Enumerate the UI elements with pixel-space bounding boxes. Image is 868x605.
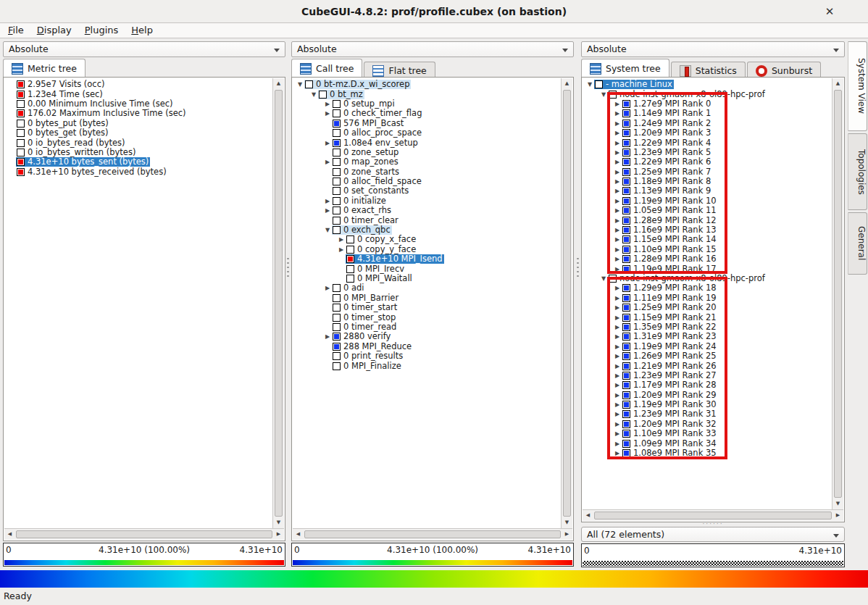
row-content[interactable]: 0 MPI_Finalize <box>332 362 403 371</box>
system-tree-item[interactable]: ▶1.08e9 MPI Rank 35 <box>583 448 832 458</box>
metric-tree-item[interactable]: 176.02 Maximum Inclusive Time (sec) <box>4 109 272 118</box>
menu-display[interactable]: Display <box>30 23 78 38</box>
system-tree-item[interactable]: ▶1.09e9 MPI Rank 34 <box>583 438 832 448</box>
collapse-icon[interactable]: ▼ <box>585 80 594 89</box>
row-content[interactable]: 0 copy_y_face <box>346 245 417 254</box>
row-content[interactable]: 1.23e9 MPI Rank 27 <box>622 371 718 380</box>
row-content[interactable]: 1.28e9 MPI Rank 12 <box>622 216 718 225</box>
row-content[interactable]: 1.20e9 MPI Rank 32 <box>622 420 718 429</box>
expand-icon[interactable]: ▶ <box>323 206 332 215</box>
system-tree-item[interactable]: ▶1.20e9 MPI Rank 32 <box>583 420 832 429</box>
metric-tree-item[interactable]: 4.31e+10 bytes_received (bytes) <box>4 167 272 177</box>
row-content[interactable]: 1.23e4 Time (sec) <box>16 90 104 99</box>
expand-icon[interactable]: ▶ <box>613 235 622 244</box>
close-icon[interactable]: ✕ <box>823 5 836 18</box>
row-content[interactable]: 0 alloc_proc_space <box>332 128 423 138</box>
row-content[interactable]: 1.31e9 MPI Rank 23 <box>622 332 718 341</box>
expand-icon[interactable]: ▶ <box>613 293 622 303</box>
call-value-mode-combo[interactable]: Absolute <box>291 41 574 57</box>
side-tab-system-view[interactable]: System View <box>848 41 867 131</box>
call-tree-item[interactable]: 0 timer_stop <box>293 312 561 322</box>
call-tree-item[interactable]: 0 alloc_field_space <box>293 177 561 186</box>
row-content[interactable]: 2.95e7 Visits (occ) <box>16 80 106 89</box>
horizontal-scrollbar[interactable]: ◀ ▶ <box>4 528 284 540</box>
expand-icon[interactable]: ▶ <box>613 332 622 341</box>
call-tree-item[interactable]: ▼0 bt-mz.D.x_wi_scorep <box>293 80 561 89</box>
call-tree-item[interactable]: 0 zone_starts <box>293 167 561 177</box>
system-tree-item[interactable]: ▶1.14e9 MPI Rank 1 <box>583 109 832 118</box>
expand-icon[interactable]: ▶ <box>613 391 622 400</box>
row-content[interactable]: 1.19e9 MPI Rank 17 <box>622 264 718 274</box>
tab-system-tree[interactable]: System tree <box>581 59 669 78</box>
expand-icon[interactable]: ▶ <box>613 177 622 186</box>
row-content[interactable]: 1.19e9 MPI Rank 10 <box>622 196 718 206</box>
metric-tree-item[interactable]: 0 io_bytes_read (bytes) <box>4 138 272 147</box>
call-tree-item[interactable]: ▶0 copy_x_face <box>293 235 561 244</box>
row-content[interactable]: 1.24e9 MPI Rank 2 <box>622 119 712 128</box>
row-content[interactable]: 0 adi <box>332 283 366 293</box>
scroll-down-button[interactable]: ▼ <box>832 498 843 509</box>
scroll-down-button[interactable]: ▼ <box>273 517 284 528</box>
expand-icon[interactable]: ▶ <box>613 420 622 429</box>
row-content[interactable]: 0 MPI_Barrier <box>332 293 400 303</box>
call-tree-item[interactable]: 0 set_constants <box>293 186 561 196</box>
scroll-left-button[interactable]: ◀ <box>583 510 593 521</box>
row-content[interactable]: 1.22e9 MPI Rank 4 <box>622 138 712 148</box>
scroll-right-button[interactable]: ▶ <box>562 529 572 540</box>
system-tree-item[interactable]: ▶1.35e9 MPI Rank 22 <box>583 322 832 332</box>
system-tree-item[interactable]: ▶1.10e9 MPI Rank 33 <box>583 429 832 438</box>
row-content[interactable]: 1.20e9 MPI Rank 3 <box>622 128 712 138</box>
tab-metric-tree[interactable]: Metric tree <box>3 59 85 78</box>
row-content[interactable]: 1.10e9 MPI Rank 33 <box>622 429 718 438</box>
call-tree-item[interactable]: 0 timer_clear <box>293 215 561 225</box>
call-tree-item[interactable]: ▶0 exact_rhs <box>293 206 561 215</box>
system-tree-item[interactable]: ▶1.15e9 MPI Rank 14 <box>583 235 832 244</box>
collapse-icon[interactable]: ▼ <box>296 80 304 89</box>
row-content[interactable]: 1.27e9 MPI Rank 0 <box>622 99 712 109</box>
row-content[interactable]: 0 set_constants <box>332 186 410 196</box>
horizontal-scrollbar[interactable]: ◀ ▶ <box>293 528 572 540</box>
expand-icon[interactable]: ▶ <box>613 254 622 264</box>
expand-icon[interactable]: ▶ <box>613 264 622 274</box>
scrollbar-handle[interactable] <box>304 530 561 538</box>
row-content[interactable]: 1.08e4 env_setup <box>332 138 420 148</box>
metric-tree-item[interactable]: 0 io_bytes_written (bytes) <box>4 148 272 157</box>
expand-icon[interactable]: ▶ <box>613 186 622 196</box>
system-tree-item[interactable]: ▶1.20e9 MPI Rank 3 <box>583 128 832 138</box>
system-tree-item[interactable]: ▶1.28e9 MPI Rank 12 <box>583 215 832 225</box>
row-content[interactable]: 0 zone_setup <box>332 148 400 157</box>
expand-icon[interactable]: ▶ <box>613 225 622 235</box>
system-tree-item[interactable]: ▶1.16e9 MPI Rank 13 <box>583 225 832 235</box>
row-content[interactable]: 1.15e9 MPI Rank 14 <box>622 235 718 244</box>
call-tree-item[interactable]: ▶0 setup_mpi <box>293 99 561 109</box>
call-tree-item[interactable]: ▶1.08e4 env_setup <box>293 138 561 147</box>
expand-icon[interactable]: ▶ <box>323 196 332 206</box>
call-tree-item[interactable]: 0 MPI_Finalize <box>293 361 561 370</box>
expand-icon[interactable]: ▶ <box>613 138 622 148</box>
row-content[interactable]: 0 bt-mz.D.x_wi_scorep <box>304 80 411 89</box>
expand-icon[interactable]: ▶ <box>323 109 332 118</box>
row-content[interactable]: 0 check_timer_flag <box>332 109 423 118</box>
call-tree-item[interactable]: 0 alloc_proc_space <box>293 128 561 138</box>
row-content[interactable]: 0 MPI_Waitall <box>346 274 414 283</box>
expand-icon[interactable]: ▶ <box>613 99 622 109</box>
row-content[interactable]: 1.23e9 MPI Rank 31 <box>622 409 718 419</box>
expand-icon[interactable]: ▶ <box>337 235 346 244</box>
system-tree-item[interactable]: ▶1.13e9 MPI Rank 9 <box>583 186 832 196</box>
row-content[interactable]: 288 MPI_Reduce <box>332 342 413 351</box>
system-value-mode-combo[interactable]: Absolute <box>581 41 845 57</box>
expand-icon[interactable]: ▶ <box>613 157 622 167</box>
row-content[interactable]: 1.19e9 MPI Rank 30 <box>622 400 718 409</box>
call-tree-item[interactable]: ▼0 exch_qbc <box>293 225 561 235</box>
scroll-left-button[interactable]: ◀ <box>293 529 304 540</box>
scrollbar-handle[interactable] <box>834 90 842 498</box>
row-content[interactable]: 0 exch_qbc <box>332 225 392 235</box>
call-tree-item[interactable]: 0 zone_setup <box>293 148 561 157</box>
expand-icon[interactable]: ▶ <box>613 148 622 157</box>
row-content[interactable]: 0 print_results <box>332 351 404 361</box>
menu-file[interactable]: File <box>1 23 30 38</box>
collapse-icon[interactable]: ▼ <box>323 225 332 235</box>
expand-icon[interactable]: ▶ <box>613 109 622 118</box>
vertical-scrollbar[interactable]: ▲ ▼ <box>561 78 572 528</box>
scroll-left-button[interactable]: ◀ <box>4 529 15 540</box>
